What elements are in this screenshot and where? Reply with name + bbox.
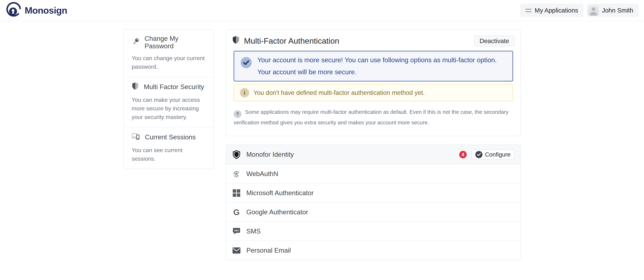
sidebar-item-description: You can make your access more secure by … [132,96,206,121]
envelope-icon [232,248,241,254]
google-icon: G [232,208,241,216]
check-circle-icon [240,57,252,68]
info-icon: i [240,88,249,97]
sidebar-item-description: You can see current sessions. [132,146,206,163]
option-row-sms[interactable]: SMS SMS [226,222,520,241]
sidebar-item-current-sessions[interactable]: Current Sessions You can see current ses… [124,128,214,169]
brand-name: Monosign [25,5,67,16]
sidebar-item-title: Change My Password [144,35,206,50]
sidebar-item-title: Current Sessions [145,134,196,141]
avatar [588,5,599,16]
key-icon [132,38,140,47]
settings-sidebar: Change My Password You can change your c… [124,30,214,169]
mfa-options-list: Monofor Identity 4 Configure [226,144,521,260]
check-circle-icon [475,151,482,158]
shield-half-icon [232,35,240,46]
option-row-monofor-identity[interactable]: Monofor Identity 4 Configure [226,145,520,164]
warning-alert-text: You don't have defined multi-factor auth… [254,89,425,96]
menu-icon [526,9,532,12]
mfa-help-text-block: ?Some applications may require multi-fac… [234,108,513,127]
brand: Monosign [5,2,67,19]
option-row-google-authenticator[interactable]: G Google Authenticator [226,202,520,222]
microsoft-icon [232,189,241,197]
option-label: WebAuthN [246,170,278,178]
page: Monosign My Applications John Smith [0,0,644,280]
mfa-help-text: Some applications may require multi-fact… [234,109,508,126]
option-label: Monofor Identity [246,151,294,158]
sidebar-item-multi-factor-security[interactable]: Multi Factor Security You can make your … [124,77,214,128]
option-label: Personal Email [246,247,291,254]
deactivate-button[interactable]: Deactivate [474,36,514,46]
my-applications-label: My Applications [535,7,578,14]
count-badge: 4 [459,151,467,158]
mfa-title-group: Multi-Factor Authentication [232,35,339,46]
option-label: Google Authenticator [246,208,308,216]
option-label: Microsoft Authenticator [246,189,314,197]
sidebar-item-description: You can change your current password. [132,54,206,71]
page-title: Multi-Factor Authentication [244,36,339,46]
success-alert-text: Your account is more secure! You can use… [258,54,506,78]
top-header: Monosign My Applications John Smith [0,0,644,21]
fingerprint-icon [232,170,241,178]
monofor-shield-icon [232,150,241,159]
user-name: John Smith [602,7,633,14]
option-label: SMS [246,228,261,235]
success-alert: Your account is more secure! You can use… [234,51,513,82]
warning-alert: i You don't have defined multi-factor au… [234,84,513,102]
sidebar-item-title: Multi Factor Security [144,83,204,91]
shield-half-icon [132,82,139,92]
header-actions: My Applications John Smith [520,4,639,17]
svg-text:SMS: SMS [234,229,239,232]
option-row-webauthn[interactable]: WebAuthN [226,164,520,183]
sms-icon: SMS [232,228,241,235]
configure-label: Configure [485,151,510,158]
question-icon: ? [234,110,242,118]
mfa-card: Multi-Factor Authentication Deactivate Y… [226,30,521,136]
monosign-logo-icon [5,2,22,19]
configure-button[interactable]: Configure [471,150,514,160]
mfa-card-header: Multi-Factor Authentication Deactivate [226,30,520,51]
option-row-personal-email[interactable]: Personal Email [226,241,520,260]
user-menu-button[interactable]: John Smith [587,4,639,17]
my-applications-button[interactable]: My Applications [520,4,584,17]
option-row-microsoft-authenticator[interactable]: Microsoft Authenticator [226,183,520,202]
devices-icon [132,132,140,142]
sidebar-item-change-password[interactable]: Change My Password You can change your c… [124,30,214,77]
